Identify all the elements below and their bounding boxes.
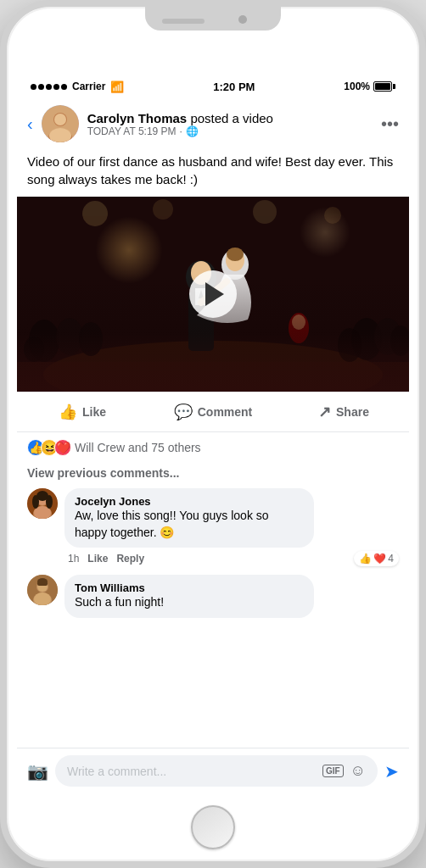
post-action: posted a video [190,111,273,125]
svg-point-26 [227,248,244,261]
jocelyn-avatar-img [27,488,58,519]
screen: Carrier 📶 1:20 PM 100% ‹ [17,75,409,793]
comment-input-field[interactable]: Write a comment... GIF ☺ [55,755,378,787]
like-button[interactable]: 👍 Like [17,396,148,428]
input-icons: GIF ☺ [322,762,366,780]
signal-dot-2 [38,84,44,90]
svg-point-38 [46,495,53,509]
reaction-emojis: 👍 😆 ❤️ [27,439,71,456]
comment-like-1[interactable]: Like [87,553,108,565]
wifi-icon: 📶 [110,81,124,93]
speaker-slot [162,19,205,24]
comment-author-2: Tom Williams [75,581,304,594]
signal-dot-4 [53,84,59,90]
status-bar: Carrier 📶 1:20 PM 100% [17,75,409,98]
gif-button[interactable]: GIF [322,765,344,777]
comment-reply-1[interactable]: Reply [116,553,144,565]
status-right: 100% [344,81,395,92]
emoji-button[interactable]: ☺ [350,762,366,780]
tom-avatar [27,575,58,605]
svg-point-37 [32,495,39,509]
status-left: Carrier 📶 [31,81,124,93]
action-bar: 👍 Like 💬 Comment ↗ Share [17,392,409,432]
camera-dot [238,15,247,24]
comment-actions-1: 1h Like Reply 👍 ❤️ 4 [64,551,399,566]
video-light-2 [300,207,350,258]
author-avatar-img [42,105,79,142]
author-name: Carolyn Thomas [87,111,188,125]
signal-dot-5 [61,84,67,90]
battery-icon [373,81,395,92]
post-header: ‹ Carolyn Thomas posted a video TODAY AT… [17,98,409,149]
status-time: 1:20 PM [213,81,255,93]
comment-item: Jocelyn Jones Aw, love this song!! You g… [27,488,399,566]
video-thumbnail[interactable] [17,197,409,392]
comment-right-1: Jocelyn Jones Aw, love this song!! You g… [64,488,399,566]
like-label: Like [82,405,106,419]
reaction-count-text: Will Crew and 75 others [75,441,201,454]
comment-placeholder: Write a comment... [67,765,166,778]
share-button[interactable]: ↗ Share [278,396,409,428]
globe-icon: 🌐 [186,125,199,137]
comment-input-row: 📷 Write a comment... GIF ☺ ➤ [17,748,409,793]
more-options-button[interactable]: ••• [381,114,399,134]
play-triangle-icon [205,282,224,306]
comment-section: Jocelyn Jones Aw, love this song!! You g… [17,488,409,618]
comment-button[interactable]: 💬 Comment [148,396,278,428]
comment-reaction-badge-1: 👍 ❤️ 4 [354,551,399,566]
comment-time-1: 1h [68,553,79,565]
jocelyn-avatar [27,488,58,519]
comment-text-2: Such a fun night! [75,594,304,611]
signal-dot-3 [46,84,52,90]
reactions-row: 👍 😆 ❤️ Will Crew and 75 others [17,432,409,463]
comment-author-1: Jocelyn Jones [75,495,304,508]
author-avatar [42,105,79,142]
view-previous-comments[interactable]: View previous comments... [17,463,409,488]
svg-point-3 [54,114,66,125]
post-author-line: Carolyn Thomas posted a video [87,111,381,125]
battery-tip [393,84,395,89]
signal-dot-1 [31,84,36,90]
like-icon: 👍 [59,403,77,421]
svg-rect-45 [37,581,48,586]
home-button[interactable] [191,805,235,849]
share-icon: ↗ [318,403,331,421]
dot-separator: · [180,125,182,137]
love-reaction: ❤️ [54,439,71,456]
tom-avatar-img [27,575,58,605]
carrier-label: Carrier [72,81,105,92]
comment-icon: 💬 [174,403,193,421]
back-button[interactable]: ‹ [27,114,33,134]
timestamp-text: TODAY AT 5:19 PM [87,125,177,137]
svg-point-17 [253,200,277,224]
post-text: Video of our first dance as husband and … [17,149,409,197]
comment-bubble-1: Jocelyn Jones Aw, love this song!! You g… [64,488,314,548]
comment-bubble-2: Tom Williams Such a fun night! [64,575,314,618]
comment-love-emoji: ❤️ [373,553,386,565]
share-label: Share [336,405,369,419]
comment-like-emoji: 👍 [359,553,372,565]
video-light-1 [95,216,163,284]
play-button[interactable] [189,270,237,318]
comment-reaction-count: 4 [388,553,394,565]
post-meta: Carolyn Thomas posted a video TODAY AT 5… [87,111,381,137]
send-button[interactable]: ➤ [384,761,399,782]
phone-frame: Carrier 📶 1:20 PM 100% ‹ [0,0,426,868]
signal-dots [31,84,67,90]
comment-label: Comment [198,405,253,419]
comment-item-2: Tom Williams Such a fun night! [27,575,399,618]
battery-percent: 100% [344,81,370,92]
comment-right-2: Tom Williams Such a fun night! [64,575,399,618]
battery-body [373,81,392,92]
post-timestamp: TODAY AT 5:19 PM · 🌐 [87,125,381,137]
camera-button[interactable]: 📷 [27,761,48,782]
battery-fill [375,83,390,90]
comment-text-1: Aw, love this song!! You guys look so ha… [75,508,304,541]
